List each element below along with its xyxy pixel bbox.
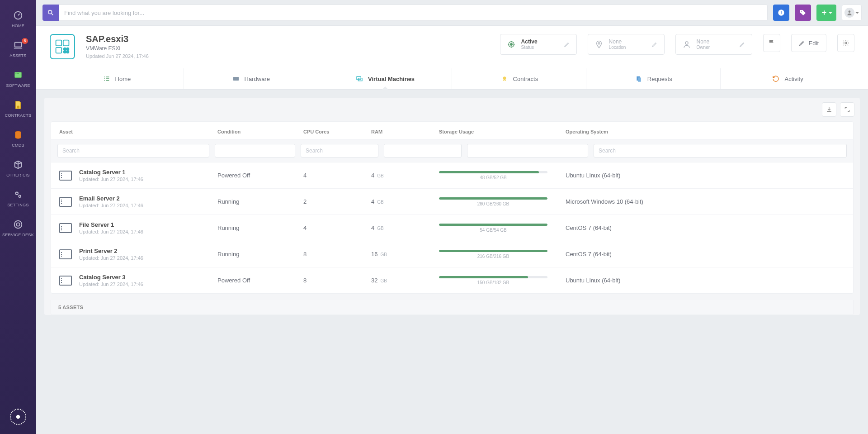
asset-subtitle: VMWare ESXi	[86, 45, 149, 52]
table-row[interactable]: Catalog Server 3 Updated: Jun 27 2024, 1…	[51, 267, 853, 293]
expand-button[interactable]	[840, 102, 854, 117]
svg-point-26	[510, 43, 512, 46]
sidebar-item-label: SETTINGS	[7, 203, 28, 207]
vm-row-icon	[59, 171, 72, 181]
svg-point-3	[16, 73, 16, 74]
filter-ram-input[interactable]	[384, 144, 462, 157]
sidebar-item-service-desk[interactable]: SERVICE DESK	[0, 213, 36, 243]
download-button[interactable]	[822, 102, 836, 117]
owner-pill[interactable]: NoneOwner	[675, 34, 752, 55]
tag-button[interactable]	[795, 5, 811, 21]
table-row[interactable]: Print Server 2 Updated: Jun 27 2024, 17:…	[51, 241, 853, 267]
asset-updated: Updated Jun 27 2024, 17:46	[86, 53, 149, 59]
location-pill[interactable]: NoneLocation	[588, 34, 665, 55]
topbar: !	[36, 0, 868, 25]
row-updated: Updated: Jun 27 2024, 17:46	[79, 255, 143, 261]
settings-button[interactable]	[837, 34, 854, 52]
filter-cpu-input[interactable]	[301, 144, 378, 157]
lifebuoy-icon	[13, 219, 24, 230]
tab-home[interactable]: Home	[50, 68, 184, 89]
flag-button[interactable]	[763, 34, 780, 52]
row-cpu: 2	[303, 198, 371, 205]
window-icon	[13, 70, 24, 81]
edit-button[interactable]: Edit	[791, 34, 826, 52]
row-name: File Server 1	[79, 221, 143, 228]
svg-point-24	[66, 51, 69, 53]
tab-hardware[interactable]: Hardware	[184, 68, 318, 89]
alert-button[interactable]: !	[773, 5, 789, 21]
svg-rect-35	[638, 77, 641, 81]
table-row[interactable]: File Server 1 Updated: Jun 27 2024, 17:4…	[51, 215, 853, 241]
sidebar-item-label: SERVICE DESK	[2, 233, 34, 237]
sidebar-item-contracts[interactable]: CONTRACTS	[0, 93, 36, 123]
th-asset[interactable]: Asset	[59, 129, 217, 134]
filter-condition-input[interactable]	[215, 144, 295, 157]
svg-point-17	[849, 10, 851, 13]
row-cpu: 8	[303, 277, 371, 284]
th-os[interactable]: Operating System	[566, 129, 845, 134]
sidebar-item-other-cis[interactable]: OTHER CIs	[0, 153, 36, 183]
svg-point-23	[64, 51, 66, 53]
table-row[interactable]: Catalog Server 1 Updated: Jun 27 2024, 1…	[51, 162, 853, 189]
user-menu-button[interactable]	[842, 5, 862, 21]
row-condition: Running	[217, 251, 303, 258]
sidebar-item-assets[interactable]: 6 ASSETS	[0, 33, 36, 63]
db-icon	[13, 129, 24, 140]
filter-storage-input[interactable]	[467, 144, 588, 157]
vm-row-icon	[59, 197, 72, 207]
svg-point-21	[64, 48, 66, 50]
table-row[interactable]: Email Server 2 Updated: Jun 27 2024, 17:…	[51, 189, 853, 215]
svg-point-29	[845, 42, 847, 44]
tab-activity[interactable]: Activity	[721, 68, 854, 89]
tab-label: Requests	[647, 76, 672, 82]
filter-asset-input[interactable]	[57, 144, 209, 157]
location-value: None	[609, 39, 646, 45]
cube-icon	[13, 159, 24, 170]
sidebar-item-home[interactable]: HOME	[0, 4, 36, 33]
search-input[interactable]	[59, 5, 768, 21]
svg-point-10	[14, 221, 22, 229]
row-updated: Updated: Jun 27 2024, 17:46	[79, 229, 143, 234]
row-storage: 54 GB/54 GB	[439, 224, 566, 233]
vm-panel: Asset Condition CPU Cores RAM Storage Us…	[44, 98, 860, 315]
svg-rect-30	[233, 77, 239, 81]
search-button[interactable]	[42, 5, 59, 21]
row-condition: Powered Off	[217, 277, 303, 284]
map-pin-icon	[594, 40, 604, 49]
th-cpu[interactable]: CPU Cores	[303, 129, 371, 134]
row-cpu: 8	[303, 251, 371, 258]
row-os: Microsoft Windows 10 (64-bit)	[566, 198, 845, 205]
list-icon	[103, 75, 111, 83]
th-storage[interactable]: Storage Usage	[439, 129, 566, 134]
sidebar-item-label: HOME	[12, 24, 24, 28]
tab-label: Contracts	[513, 76, 538, 82]
sidebar-item-label: CMDB	[12, 143, 24, 148]
sidebar-item-settings[interactable]: SETTINGS	[0, 183, 36, 213]
location-label: Location	[609, 45, 646, 50]
status-value: Active	[521, 39, 558, 45]
tab-contracts[interactable]: Contracts	[452, 68, 586, 89]
gauge-icon	[13, 10, 24, 21]
svg-point-5	[18, 73, 19, 74]
th-ram[interactable]: RAM	[371, 129, 439, 134]
edit-icon	[564, 41, 570, 48]
svg-rect-18	[56, 40, 62, 46]
tab-virtual-machines[interactable]: Virtual Machines	[318, 68, 453, 89]
tabs: Home Hardware Virtual Machines Contracts…	[50, 68, 854, 89]
contract-icon	[500, 75, 509, 83]
tab-label: Home	[115, 76, 131, 82]
svg-rect-20	[56, 48, 62, 53]
row-ram: 32GB	[371, 277, 439, 284]
asset-title: SAP.esxi3	[86, 34, 149, 44]
tab-requests[interactable]: Requests	[586, 68, 721, 89]
filter-os-input[interactable]	[594, 144, 847, 157]
sidebar-item-software[interactable]: SOFTWARE	[0, 63, 36, 93]
sidebar-item-cmdb[interactable]: CMDB	[0, 123, 36, 153]
svg-point-13	[48, 10, 52, 14]
add-button[interactable]	[816, 5, 836, 21]
status-pill[interactable]: ActiveStatus	[500, 34, 577, 55]
svg-rect-19	[63, 40, 69, 46]
svg-point-9	[19, 195, 21, 197]
th-condition[interactable]: Condition	[217, 129, 303, 134]
vm-row-icon	[59, 276, 72, 286]
